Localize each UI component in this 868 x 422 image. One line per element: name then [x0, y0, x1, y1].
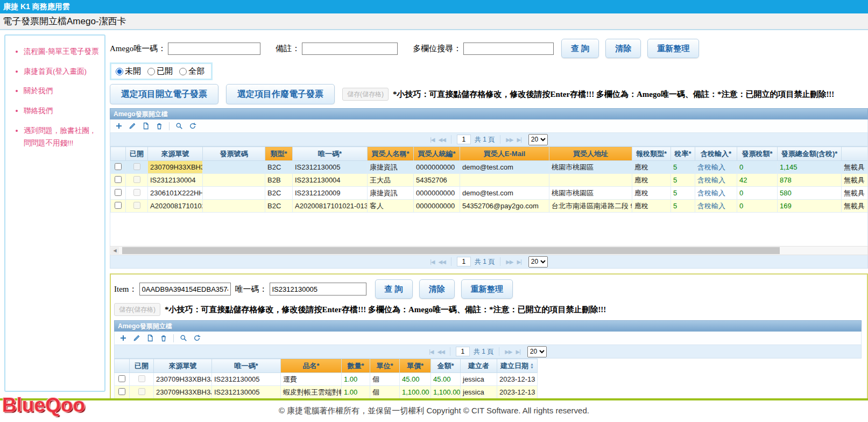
table-cell[interactable] [111, 200, 126, 213]
table-cell[interactable]: 0000000000 [414, 200, 460, 213]
table-cell[interactable]: 0000000000 [414, 187, 460, 200]
table-cell[interactable]: 含稅輸入 [695, 161, 737, 174]
view-row-icon[interactable] [142, 122, 150, 130]
scrollbar-thumb[interactable] [122, 247, 780, 254]
last-page-button[interactable]: ▶| [517, 259, 521, 265]
delete-row-icon[interactable] [160, 334, 167, 342]
table-cell[interactable]: B2C [265, 187, 293, 200]
table-cell[interactable]: IS2312120009 [293, 187, 368, 200]
table-row[interactable]: IS2312130004B2BIS2312130004王大品54352706應稅… [111, 174, 868, 187]
table-row[interactable]: 230709H33XBH3JB2CIS2312130005康捷資訊0000000… [111, 161, 868, 174]
table-cell[interactable]: 0 [737, 200, 778, 213]
clear-button[interactable]: 清除 [605, 39, 641, 58]
table-cell[interactable]: 5 [671, 187, 695, 200]
table-cell[interactable]: 1,100.00 [400, 386, 431, 399]
table-cell[interactable]: 應稅 [632, 200, 671, 213]
page-size-select[interactable]: 20 [527, 346, 547, 357]
next-page-button[interactable]: ▶▶ [506, 137, 513, 143]
column-header[interactable]: 數量* [342, 359, 370, 373]
table-cell[interactable]: B2B [265, 174, 293, 187]
table-cell[interactable]: 5 [671, 174, 695, 187]
table-cell[interactable]: B2C [265, 200, 293, 213]
prev-page-button[interactable]: ◀◀ [438, 137, 445, 143]
column-header[interactable]: 買受人E-Mail [460, 147, 549, 161]
table-cell[interactable]: demo@test.com [460, 187, 549, 200]
column-header[interactable]: 金額* [431, 359, 461, 373]
table-cell[interactable]: IS2312130005 [212, 373, 281, 386]
table-cell[interactable]: 運費 [281, 373, 342, 386]
table-cell[interactable]: 580 [778, 187, 842, 200]
table-cell[interactable]: A20200817101021-013 [293, 200, 368, 213]
table-cell[interactable]: jessica [461, 386, 497, 399]
item-input[interactable] [139, 283, 231, 296]
search-icon[interactable] [180, 334, 187, 342]
reload-grid-icon[interactable] [189, 122, 196, 130]
table-cell[interactable]: 含稅輸入 [695, 200, 737, 213]
column-header[interactable]: 來源單號 [148, 147, 203, 161]
table-cell[interactable]: 無載具 [842, 161, 868, 174]
table-row[interactable]: 230709H33XBH3JIS2312130005運費1.00個45.0045… [115, 373, 538, 386]
table-cell[interactable]: 5 [671, 161, 695, 174]
sidebar-link[interactable]: 康捷首頁(登入畫面) [24, 65, 100, 78]
column-header[interactable]: 發票號碼 [203, 147, 265, 161]
table-cell[interactable]: 169 [778, 200, 842, 213]
sidebar-link[interactable]: 聯絡我們 [24, 104, 100, 117]
column-header[interactable]: 發票總金額(含稅)* [778, 147, 842, 161]
table-cell[interactable]: 878 [778, 174, 842, 187]
table-cell[interactable]: 42 [737, 174, 778, 187]
column-header[interactable]: 買受人地址 [549, 147, 632, 161]
sort-icon[interactable]: ▲▼ [530, 363, 534, 369]
table-cell[interactable]: B2C [265, 161, 293, 174]
column-header[interactable]: 載具 [842, 147, 868, 161]
table-cell[interactable] [130, 373, 154, 386]
scroll-left-arrow-icon[interactable]: ◀ [111, 247, 119, 254]
table-cell[interactable]: 2023-12-13 [497, 386, 538, 399]
issue-invoice-button[interactable]: 選定項目開立電子發票 [110, 84, 218, 104]
table-cell[interactable]: 1.00 [342, 373, 370, 386]
column-header[interactable]: 單位* [370, 359, 400, 373]
table-row[interactable]: A20200817101021B2CA20200817101021-013客人0… [111, 200, 868, 213]
table-cell[interactable] [111, 161, 126, 174]
prev-page-button[interactable]: ◀◀ [438, 259, 445, 265]
table-cell[interactable]: 0 [737, 161, 778, 174]
table-cell[interactable]: 54352706 [414, 174, 460, 187]
column-header[interactable]: 已開 [126, 147, 148, 161]
table-cell[interactable]: 1,100.00 [431, 386, 461, 399]
delete-row-icon[interactable] [156, 122, 163, 130]
table-cell[interactable]: 2023-12-13 [497, 373, 538, 386]
table-cell[interactable]: 5 [671, 200, 695, 213]
table-cell[interactable] [111, 174, 126, 187]
item-query-button[interactable]: 查 詢 [375, 279, 413, 299]
column-header[interactable]: 報稅類型* [632, 147, 671, 161]
item-clear-button[interactable]: 清除 [419, 279, 455, 299]
table-cell[interactable]: IS2312130005 [212, 386, 281, 399]
prev-page-button[interactable]: ◀◀ [437, 349, 444, 355]
page-number-input[interactable] [457, 135, 471, 144]
first-page-button[interactable]: |◀ [429, 349, 433, 355]
first-page-button[interactable]: |◀ [430, 259, 434, 265]
row-select-checkbox[interactable] [118, 388, 125, 395]
table-cell[interactable]: 0 [737, 187, 778, 200]
table-cell[interactable]: jessica [461, 373, 497, 386]
row-select-checkbox[interactable] [115, 163, 122, 170]
table-cell[interactable] [126, 174, 148, 187]
last-page-button[interactable]: ▶| [517, 137, 521, 143]
next-page-button[interactable]: ▶▶ [506, 259, 513, 265]
table-cell[interactable] [130, 386, 154, 399]
column-header[interactable]: 已開 [130, 359, 154, 373]
table-cell[interactable]: 桃園市桃園區 [549, 161, 632, 174]
view-row-icon[interactable] [146, 334, 154, 342]
row-select-checkbox[interactable] [115, 176, 122, 183]
table-cell[interactable]: 台北市南港區南港路二段 97 [549, 200, 632, 213]
table-row[interactable]: 230709H33XBH3JIS2312130005蝦皮對帳王雲端對帳1.00個… [115, 386, 538, 399]
table-cell[interactable]: 王大品 [368, 174, 414, 187]
table-cell[interactable]: 2306101X222HHH [148, 187, 203, 200]
row-select-checkbox[interactable] [118, 375, 125, 382]
column-header[interactable]: 含稅輸入* [695, 147, 737, 161]
column-header[interactable]: 發票稅額* [737, 147, 778, 161]
table-cell[interactable]: 230709H33XBH3J [154, 373, 212, 386]
first-page-button[interactable]: |◀ [430, 137, 434, 143]
add-row-icon[interactable] [119, 334, 127, 342]
table-cell[interactable]: IS2312130004 [148, 174, 203, 187]
column-header[interactable]: 買受人統編* [414, 147, 460, 161]
